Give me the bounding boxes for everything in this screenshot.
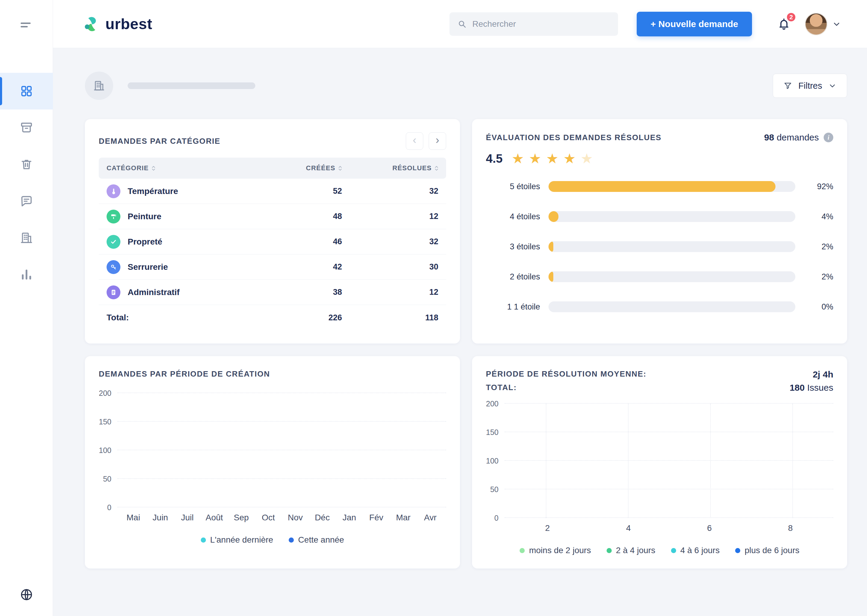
resolution-bar-chart: 050100150200 2468 bbox=[486, 404, 833, 533]
rating-row-2-etoiles: 2 étoiles2% bbox=[486, 271, 833, 282]
category-row-administratif[interactable]: Administratif3812 bbox=[99, 280, 446, 305]
main-content: Filtres DEMANDES PAR CATÉGORIE ‹ › CATÉG… bbox=[53, 48, 867, 616]
x-tick-label: Nov bbox=[282, 513, 309, 522]
resolution-chart-title: PÉRIODE DE RÉSOLUTION MOYENNE: bbox=[486, 369, 646, 379]
chart-legend: L'année dernièreCette année bbox=[99, 535, 446, 545]
star-icon: ★ bbox=[546, 152, 558, 165]
chart-legend: moins de 2 jours2 à 4 jours4 à 6 jourspl… bbox=[486, 545, 833, 555]
globe-icon bbox=[20, 588, 33, 602]
x-tick-label: 6 bbox=[669, 523, 750, 533]
notifications-button[interactable]: 2 bbox=[777, 17, 791, 31]
table-pagination: ‹ › bbox=[406, 132, 446, 150]
user-menu[interactable] bbox=[805, 13, 841, 35]
legend-dot bbox=[607, 548, 612, 553]
building-badge bbox=[85, 72, 113, 100]
creation-chart-card: DEMANDES PAR PÉRIODE DE CRÉATION 0501001… bbox=[85, 356, 460, 569]
legend-item-cette-annee: Cette année bbox=[289, 535, 344, 545]
rating-percent: 4% bbox=[804, 212, 833, 222]
rating-percent: 92% bbox=[804, 182, 833, 191]
sidebar-item-messages[interactable] bbox=[0, 183, 53, 220]
resolved-count: 12 bbox=[342, 212, 438, 221]
sidebar-item-trash[interactable] bbox=[0, 146, 53, 183]
star-icon: ★ bbox=[563, 152, 575, 165]
sparkle-check-icon bbox=[107, 235, 120, 249]
legend-dot bbox=[289, 537, 294, 543]
sort-icon bbox=[338, 165, 342, 171]
y-axis: 050100150200 bbox=[486, 404, 504, 518]
new-request-button[interactable]: + Nouvelle demande bbox=[637, 12, 752, 36]
table-body: Température5232Peinture4812Propreté4632S… bbox=[99, 179, 446, 305]
rating-percent: 0% bbox=[804, 302, 833, 312]
urbest-logo-icon bbox=[82, 15, 101, 33]
resolution-chart-card: PÉRIODE DE RÉSOLUTION MOYENNE: TOTAL: 2j… bbox=[472, 356, 847, 569]
created-count: 48 bbox=[264, 212, 342, 221]
filters-button[interactable]: Filtres bbox=[773, 74, 847, 98]
x-tick-label: Mai bbox=[120, 513, 147, 522]
sidebar-item-stats[interactable] bbox=[0, 256, 53, 293]
legend-item-moins-de-2-jours: moins de 2 jours bbox=[520, 545, 591, 555]
star-icon: ★ bbox=[581, 152, 593, 165]
rating-track bbox=[549, 302, 795, 312]
chat-icon bbox=[20, 194, 33, 208]
column-header-resolues[interactable]: RÉSOLUES bbox=[342, 164, 438, 172]
rating-label: 1 1 étoile bbox=[486, 302, 540, 312]
legend-item-plus-de-6-jours: plus de 6 jours bbox=[735, 545, 799, 555]
legend-dot bbox=[735, 548, 740, 553]
legend-item-2-a-4-jours: 2 à 4 jours bbox=[607, 545, 655, 555]
x-tick-label: Sep bbox=[228, 513, 255, 522]
chevron-down-icon bbox=[832, 20, 841, 28]
monthly-bar-chart: 050100150200 MaiJuinJuilAoûtSepOctNovDéc… bbox=[99, 393, 446, 522]
sidebar-item-archive[interactable] bbox=[0, 110, 53, 146]
search-input[interactable] bbox=[472, 19, 610, 29]
x-tick-label: Août bbox=[201, 513, 228, 522]
sidebar-nav bbox=[0, 73, 53, 293]
info-icon[interactable]: i bbox=[824, 133, 833, 142]
category-row-peinture[interactable]: Peinture4812 bbox=[99, 204, 446, 229]
rating-track bbox=[549, 211, 795, 222]
paint-roller-icon bbox=[107, 210, 120, 223]
rating-score: 4.5 bbox=[486, 152, 503, 165]
category-row-temperature[interactable]: Température5232 bbox=[99, 179, 446, 204]
category-row-proprete[interactable]: Propreté4632 bbox=[99, 229, 446, 255]
resolved-count: 32 bbox=[342, 237, 438, 246]
column-header-creees[interactable]: CRÉÉES bbox=[264, 164, 342, 172]
filters-label: Filtres bbox=[798, 81, 822, 91]
star-icon: ★ bbox=[512, 152, 524, 165]
x-tick-label: Oct bbox=[255, 513, 282, 522]
x-tick-label: 8 bbox=[750, 523, 831, 533]
plot-area bbox=[117, 393, 446, 508]
sidebar-item-building[interactable] bbox=[0, 220, 53, 256]
y-tick-label: 50 bbox=[103, 475, 111, 483]
next-page-button[interactable]: › bbox=[429, 132, 446, 150]
rating-distribution: 5 étoiles92%4 étoiles4%3 étoiles2%2 étoi… bbox=[486, 181, 833, 312]
brand-logo[interactable]: urbest bbox=[82, 15, 152, 33]
rating-fill bbox=[549, 181, 776, 192]
x-tick-label: 4 bbox=[588, 523, 669, 533]
title-skeleton bbox=[128, 82, 255, 89]
rating-fill bbox=[549, 211, 558, 222]
building-icon bbox=[93, 79, 106, 92]
created-count: 52 bbox=[264, 187, 342, 196]
trash-icon bbox=[20, 158, 33, 171]
thermometer-icon bbox=[107, 184, 120, 198]
prev-page-button[interactable]: ‹ bbox=[406, 132, 423, 150]
x-tick-label: Juil bbox=[174, 513, 201, 522]
rating-card-title: ÉVALUATION DES DEMANDES RÉSOLUES bbox=[486, 133, 661, 142]
topbar: urbest + Nouvelle demande 2 bbox=[53, 0, 867, 48]
category-card: DEMANDES PAR CATÉGORIE ‹ › CATÉGORIECRÉÉ… bbox=[85, 119, 460, 344]
legend-item-l-annee-derniere: L'année dernière bbox=[201, 535, 273, 545]
column-header-categorie[interactable]: CATÉGORIE bbox=[107, 164, 264, 172]
sidebar-item-dashboard[interactable] bbox=[0, 73, 53, 110]
menu-toggle-button[interactable] bbox=[20, 19, 33, 32]
x-tick-label: Déc bbox=[309, 513, 336, 522]
legend-dot bbox=[201, 537, 206, 543]
hamburger-icon bbox=[20, 20, 33, 30]
rating-fill bbox=[549, 271, 553, 282]
globe-button[interactable] bbox=[20, 588, 33, 603]
demandes-count: 98 demandes i bbox=[764, 132, 833, 143]
total-label: Total: bbox=[107, 313, 264, 322]
created-count: 38 bbox=[264, 288, 342, 297]
search-box[interactable] bbox=[449, 13, 618, 36]
category-row-serrurerie[interactable]: Serrurerie4230 bbox=[99, 255, 446, 280]
rating-track bbox=[549, 271, 795, 282]
